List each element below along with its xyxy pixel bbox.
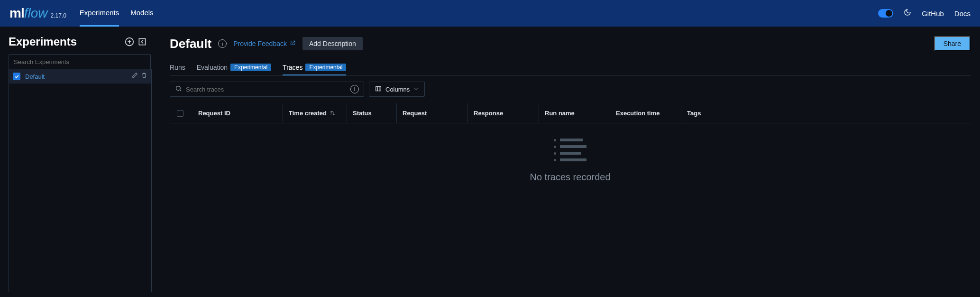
sidebar-icons <box>124 37 147 47</box>
feedback-link[interactable]: Provide Feedback <box>233 40 296 47</box>
header-right: GitHub Docs <box>878 9 971 18</box>
nav-tab-experiments[interactable]: Experiments <box>80 0 119 27</box>
search-info-icon[interactable]: i <box>350 85 359 93</box>
experimental-badge: Experimental <box>230 64 271 71</box>
content: Default i Provide Feedback Add Descripti… <box>152 27 980 297</box>
tab-traces-label: Traces <box>283 64 302 71</box>
experiment-actions <box>131 72 147 81</box>
sidebar-head: Experiments <box>9 35 152 48</box>
col-checkbox[interactable] <box>174 103 192 123</box>
trace-search-box[interactable]: i <box>170 82 364 97</box>
tab-evaluation-label: Evaluation <box>197 64 228 71</box>
collapse-sidebar-icon[interactable] <box>137 37 147 46</box>
subtabs: Runs Evaluation Experimental Traces Expe… <box>170 60 971 76</box>
main-layout: Experiments Default <box>0 27 980 297</box>
delete-icon[interactable] <box>141 72 147 81</box>
search-icon <box>175 85 182 94</box>
toolbar: i Columns <box>170 82 971 97</box>
tab-traces[interactable]: Traces Experimental <box>283 60 346 75</box>
svg-rect-3 <box>139 38 145 45</box>
nav-tabs: Experiments Models <box>80 0 154 27</box>
page-title: Default <box>170 37 211 51</box>
add-description-button[interactable]: Add Description <box>302 37 363 50</box>
tab-evaluation[interactable]: Evaluation Experimental <box>197 60 271 75</box>
col-tags[interactable]: Tags <box>681 103 971 123</box>
svg-point-4 <box>176 86 181 90</box>
empty-state-text: No traces recorded <box>530 172 610 183</box>
col-request-id[interactable]: Request ID <box>192 103 283 123</box>
external-link-icon <box>290 40 296 47</box>
docs-link[interactable]: Docs <box>954 9 971 18</box>
experiment-name[interactable]: Default <box>25 73 127 80</box>
experiment-item[interactable]: Default <box>9 69 151 84</box>
theme-toggle[interactable] <box>878 9 893 18</box>
logo-flow: flow <box>24 6 48 21</box>
svg-line-5 <box>180 90 181 91</box>
experimental-badge: Experimental <box>305 64 346 71</box>
info-icon[interactable]: i <box>218 39 227 48</box>
col-time-label: Time created <box>289 110 327 117</box>
top-header: ml flow 2.17.0 Experiments Models GitHub… <box>0 0 980 27</box>
edit-icon[interactable] <box>131 72 138 81</box>
share-button[interactable]: Share <box>934 36 971 51</box>
github-link[interactable]: GitHub <box>922 9 944 18</box>
svg-rect-6 <box>376 86 381 91</box>
col-status[interactable]: Status <box>347 103 396 123</box>
add-experiment-icon[interactable] <box>124 37 135 47</box>
col-time-created[interactable]: Time created <box>283 103 347 123</box>
columns-button[interactable]: Columns <box>369 82 425 97</box>
col-run-name[interactable]: Run name <box>539 103 610 123</box>
search-experiments-box[interactable] <box>9 54 151 69</box>
app-logo: ml flow 2.17.0 <box>9 6 66 21</box>
sidebar: Experiments Default <box>0 27 152 297</box>
columns-label: Columns <box>385 86 410 93</box>
empty-state: No traces recorded <box>170 139 971 183</box>
sidebar-title: Experiments <box>9 35 77 48</box>
moon-icon <box>904 9 911 18</box>
columns-icon <box>375 85 382 93</box>
logo-version: 2.17.0 <box>50 12 66 19</box>
feedback-label: Provide Feedback <box>233 40 287 47</box>
nav-tab-models[interactable]: Models <box>130 0 153 27</box>
trace-search-input[interactable] <box>186 86 347 93</box>
logo-ml: ml <box>9 6 24 21</box>
tab-runs[interactable]: Runs <box>170 60 185 75</box>
col-request[interactable]: Request <box>396 103 467 123</box>
col-response[interactable]: Response <box>467 103 539 123</box>
empty-state-icon <box>554 139 586 161</box>
content-head: Default i Provide Feedback Add Descripti… <box>170 36 971 51</box>
col-execution-time[interactable]: Execution time <box>610 103 681 123</box>
chevron-down-icon <box>413 86 419 93</box>
experiment-list: Default <box>9 69 152 292</box>
table-header: Request ID Time created Status Request R… <box>170 103 971 123</box>
search-experiments-input[interactable] <box>14 58 146 65</box>
experiment-checkbox[interactable] <box>13 73 20 80</box>
sort-icon <box>330 110 336 116</box>
